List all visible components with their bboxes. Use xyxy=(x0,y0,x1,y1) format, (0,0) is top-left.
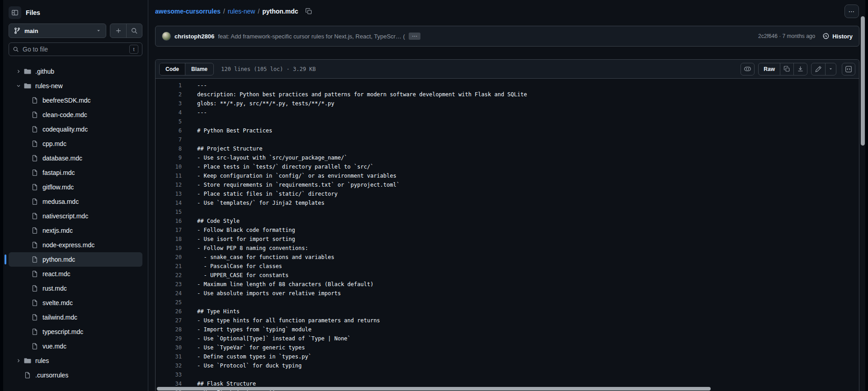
line-number[interactable]: 23 xyxy=(156,280,182,289)
tree-item[interactable]: clean-code.mdc xyxy=(9,108,142,122)
line-number[interactable]: 11 xyxy=(156,171,182,180)
file-view-main: awesome-cursorrules / rules-new / python… xyxy=(148,0,865,391)
vertical-scrollbar-thumb[interactable] xyxy=(861,16,865,146)
tab-blame[interactable]: Blame xyxy=(185,63,213,75)
tree-item[interactable]: codequality.mdc xyxy=(9,122,142,137)
edit-dropdown-button[interactable] xyxy=(825,63,836,75)
line-number[interactable]: 12 xyxy=(156,180,182,189)
line-number[interactable]: 10 xyxy=(156,162,182,171)
line-number[interactable]: 7 xyxy=(156,135,182,144)
tree-item[interactable]: gitflow.mdc xyxy=(9,180,142,194)
line-number[interactable]: 9 xyxy=(156,153,182,162)
line-number[interactable]: 1 xyxy=(156,81,182,90)
line-number[interactable]: 4 xyxy=(156,108,182,117)
tree-item[interactable]: tailwind.mdc xyxy=(9,310,142,325)
line-number[interactable]: 28 xyxy=(156,325,182,334)
copilot-button[interactable] xyxy=(741,63,755,75)
tree-item[interactable]: rules xyxy=(9,353,142,368)
latest-commit-bar: christoph2806 feat: Add framework-specif… xyxy=(155,26,859,47)
edit-button[interactable] xyxy=(811,63,825,75)
tree-item[interactable]: rust.mdc xyxy=(9,281,142,296)
line-number[interactable]: 17 xyxy=(156,226,182,235)
tree-item[interactable]: medusa.mdc xyxy=(9,194,142,209)
collapse-file-tree-button[interactable] xyxy=(9,6,21,19)
line-number[interactable]: 2 xyxy=(156,90,182,99)
line-number[interactable]: 16 xyxy=(156,217,182,226)
tree-item[interactable]: nativescript.mdc xyxy=(9,209,142,223)
code-line: 27 - Use type hints for all function par… xyxy=(156,316,859,325)
horizontal-scrollbar-thumb[interactable] xyxy=(157,387,711,391)
line-number[interactable]: 13 xyxy=(156,189,182,198)
tree-item-label: fastapi.mdc xyxy=(42,169,75,176)
line-text: ## Project Structure xyxy=(182,144,263,153)
line-number[interactable]: 24 xyxy=(156,289,182,298)
goto-file-input[interactable] xyxy=(23,46,126,53)
tab-code[interactable]: Code xyxy=(160,63,185,75)
line-number[interactable]: 19 xyxy=(156,244,182,253)
line-number[interactable]: 5 xyxy=(156,117,182,126)
symbols-pane-button[interactable] xyxy=(842,63,855,75)
line-number[interactable]: 6 xyxy=(156,126,182,135)
tree-item[interactable]: cpp.mdc xyxy=(9,137,142,151)
line-text xyxy=(182,207,197,217)
line-number[interactable]: 21 xyxy=(156,262,182,271)
line-number[interactable]: 33 xyxy=(156,370,182,379)
tree-item[interactable]: database.mdc xyxy=(9,151,142,165)
pencil-icon xyxy=(815,66,822,72)
expand-commit-message-button[interactable]: ⋯ xyxy=(409,33,420,40)
tree-item[interactable]: nextjs.mdc xyxy=(9,223,142,238)
branch-name: main xyxy=(24,28,38,34)
code-line: 33 xyxy=(156,370,859,379)
line-number[interactable]: 27 xyxy=(156,316,182,325)
line-text: - Follow Black code formatting xyxy=(182,226,295,235)
file-icon xyxy=(31,270,38,278)
tree-item[interactable]: vue.mdc xyxy=(9,339,142,353)
line-number[interactable]: 25 xyxy=(156,298,182,307)
breadcrumb-repo-link[interactable]: awesome-cursorrules xyxy=(155,8,221,15)
line-number[interactable]: 26 xyxy=(156,307,182,316)
line-number[interactable]: 8 xyxy=(156,144,182,153)
branch-selector[interactable]: main xyxy=(9,24,106,38)
tree-item[interactable]: python.mdc xyxy=(9,252,142,267)
tree-item-label: codequality.mdc xyxy=(42,126,88,133)
line-number[interactable]: 32 xyxy=(156,361,182,370)
line-number[interactable]: 22 xyxy=(156,271,182,280)
code-line: 4 --- xyxy=(156,108,859,117)
line-number[interactable]: 14 xyxy=(156,198,182,207)
tree-item[interactable]: .github xyxy=(9,64,142,79)
raw-button[interactable]: Raw xyxy=(759,63,780,75)
breadcrumb-dir-link[interactable]: rules-new xyxy=(228,8,255,15)
item-icon xyxy=(31,169,38,176)
page-kebab-menu-button[interactable]: ⋯ xyxy=(844,5,859,18)
goto-file-box[interactable]: t xyxy=(9,42,142,56)
download-button[interactable] xyxy=(793,63,807,75)
horizontal-scrollbar[interactable] xyxy=(157,387,858,391)
tree-item[interactable]: typescript.mdc xyxy=(9,325,142,339)
copy-path-button[interactable] xyxy=(304,6,314,16)
tree-item-label: nextjs.mdc xyxy=(42,227,73,234)
commit-message[interactable]: feat: Add framework-specific cursor rule… xyxy=(218,33,405,40)
tree-item[interactable]: fastapi.mdc xyxy=(9,165,142,180)
line-number[interactable]: 31 xyxy=(156,352,182,361)
search-tree-button[interactable] xyxy=(126,24,142,38)
avatar[interactable] xyxy=(162,32,171,41)
tree-item[interactable]: .cursorrules xyxy=(9,368,142,382)
line-number[interactable]: 30 xyxy=(156,343,182,352)
tree-item[interactable]: react.mdc xyxy=(9,267,142,281)
new-file-button[interactable] xyxy=(110,24,126,38)
file-icon xyxy=(31,198,38,205)
line-number[interactable]: 3 xyxy=(156,99,182,108)
line-number[interactable]: 29 xyxy=(156,334,182,343)
copy-file-button[interactable] xyxy=(780,63,793,75)
commit-sha-time[interactable]: 2c2f646 · 7 months ago xyxy=(758,33,815,39)
tree-item[interactable]: node-express.mdc xyxy=(9,238,142,252)
history-button[interactable]: History xyxy=(822,33,853,40)
tree-item[interactable]: rules-new xyxy=(9,79,142,93)
tree-item[interactable]: svelte.mdc xyxy=(9,296,142,310)
tree-item-label: rules-new xyxy=(35,82,63,90)
commit-author[interactable]: christoph2806 xyxy=(175,33,214,40)
line-number[interactable]: 15 xyxy=(156,207,182,217)
line-number[interactable]: 18 xyxy=(156,235,182,244)
line-number[interactable]: 20 xyxy=(156,253,182,262)
tree-item[interactable]: beefreeSDK.mdc xyxy=(9,93,142,108)
